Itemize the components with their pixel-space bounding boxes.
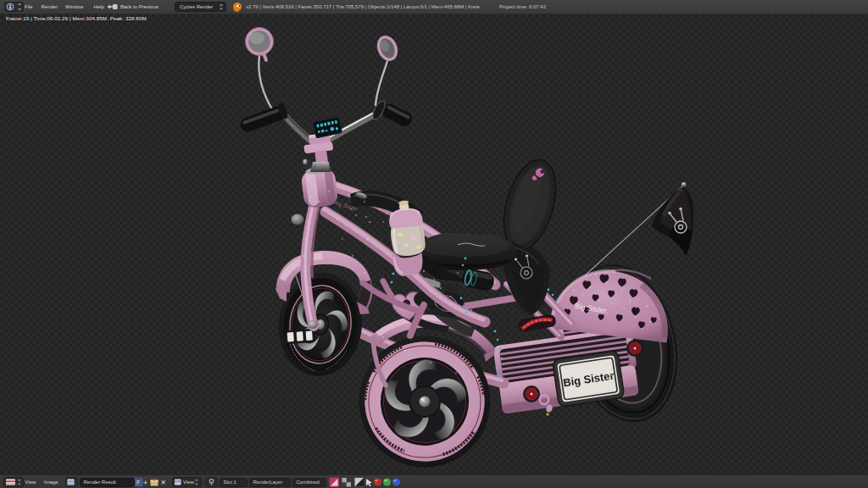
svg-text:+: + [143,479,147,487]
svg-text:✕: ✕ [161,479,166,486]
svg-text:F: F [136,480,140,485]
